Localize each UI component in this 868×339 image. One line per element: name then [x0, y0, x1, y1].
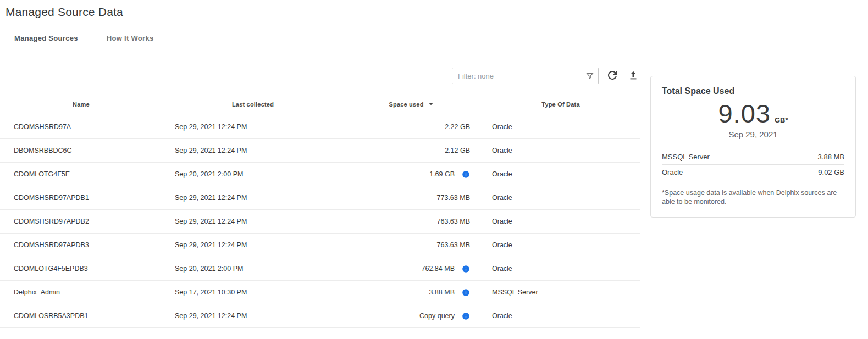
total-space-value-line: 9.03 GB*	[662, 98, 844, 129]
column-header-type-of-data[interactable]: Type Of Data	[481, 101, 640, 108]
type-of-data: Oracle	[481, 265, 640, 273]
space-used-value: 773.63 MB	[437, 194, 470, 202]
table-body: CDOMSHSRD97A Sep 29, 2021 12:24 PM 2.22 …	[0, 115, 640, 328]
last-collected: Sep 29, 2021 12:24 PM	[162, 194, 344, 202]
total-space-date: Sep 29, 2021	[662, 130, 844, 139]
space-used-cell: 2.12 GB	[344, 147, 481, 154]
column-header-name[interactable]: Name	[0, 101, 162, 108]
space-used-cell: 762.84 MB	[344, 265, 481, 273]
type-of-data: Oracle	[481, 241, 640, 249]
toolbar	[0, 68, 640, 84]
source-name: DBOMSRBBDC6C	[0, 147, 162, 154]
table-row[interactable]: CDOMLOTG4F5E Sep 20, 2021 2:00 PM 1.69 G…	[0, 163, 640, 186]
total-space-card: Total Space Used 9.03 GB* Sep 29, 2021 M…	[650, 76, 856, 218]
table-row[interactable]: CDOMSHSRD97APDB2 Sep 29, 2021 12:24 PM 7…	[0, 210, 640, 234]
tab-managed-sources[interactable]: Managed Sources	[14, 34, 78, 51]
total-space-unit: GB*	[775, 116, 788, 124]
space-used-cell: 1.69 GB	[344, 170, 481, 179]
info-icon[interactable]	[462, 288, 470, 297]
info-icon[interactable]	[462, 312, 470, 320]
sort-chevron-down-icon[interactable]	[426, 99, 436, 110]
breakdown-value: 9.02 GB	[818, 168, 844, 176]
space-breakdown: MSSQL Server 3.88 MB Oracle 9.02 GB	[662, 149, 844, 180]
source-name: CDOMSHSRD97APDB2	[0, 218, 162, 225]
tab-bar: Managed Sources How It Works	[0, 34, 868, 51]
space-used-cell: Copy query	[344, 312, 481, 320]
last-collected: Sep 29, 2021 12:24 PM	[162, 218, 344, 225]
source-name: CDOMLOSRB5A3PDB1	[0, 312, 162, 320]
space-used-value: 2.12 GB	[445, 147, 470, 154]
export-icon	[627, 69, 639, 83]
info-icon[interactable]	[462, 265, 470, 273]
breakdown-row: Oracle 9.02 GB	[662, 164, 844, 180]
type-of-data: Oracle	[481, 218, 640, 225]
last-collected: Sep 29, 2021 12:24 PM	[162, 241, 344, 249]
last-collected: Sep 20, 2021 2:00 PM	[162, 265, 344, 273]
column-header-space-used[interactable]: Space used	[344, 99, 481, 110]
last-collected: Sep 29, 2021 12:24 PM	[162, 123, 344, 131]
space-used-cell: 763.63 MB	[344, 241, 481, 249]
space-used-value: 1.69 GB	[429, 170, 455, 178]
space-used-cell: 3.88 MB	[344, 288, 481, 297]
source-name: CDOMLOTG4F5E	[0, 170, 162, 178]
refresh-button[interactable]	[605, 69, 620, 83]
table-row[interactable]: CDOMLOSRB5A3PDB1 Sep 29, 2021 12:24 PM C…	[0, 304, 640, 328]
table-row[interactable]: CDOMSHSRD97APDB3 Sep 29, 2021 12:24 PM 7…	[0, 234, 640, 257]
type-of-data: Oracle	[481, 312, 640, 320]
tab-how-it-works[interactable]: How It Works	[107, 34, 154, 51]
type-of-data: Oracle	[481, 170, 640, 178]
type-of-data: Oracle	[481, 194, 640, 202]
space-used-value: 762.84 MB	[422, 265, 455, 273]
breakdown-label: MSSQL Server	[662, 153, 710, 161]
last-collected: Sep 29, 2021 12:24 PM	[162, 312, 344, 320]
filter-box	[452, 68, 599, 84]
space-footnote: *Space usage data is available when Delp…	[662, 188, 844, 206]
table-row[interactable]: Delphix_Admin Sep 17, 2021 10:30 PM 3.88…	[0, 281, 640, 304]
filter-input[interactable]	[452, 68, 599, 84]
source-name: CDOMSHSRD97APDB3	[0, 241, 162, 249]
source-name: Delphix_Admin	[0, 288, 162, 296]
space-used-value: 763.63 MB	[437, 241, 470, 249]
export-button[interactable]	[626, 69, 640, 83]
total-space-value: 9.03	[718, 98, 770, 129]
source-name: CDOMLOTG4F5EPDB3	[0, 265, 162, 273]
space-used-value: 3.88 MB	[429, 288, 455, 296]
source-name: CDOMSHSRD97A	[0, 123, 162, 131]
main-content: Name Last collected Space used Type Of D…	[0, 51, 868, 328]
breakdown-row: MSSQL Server 3.88 MB	[662, 149, 844, 164]
total-space-title: Total Space Used	[662, 86, 844, 96]
last-collected: Sep 29, 2021 12:24 PM	[162, 147, 344, 154]
breakdown-label: Oracle	[662, 168, 683, 176]
last-collected: Sep 20, 2021 2:00 PM	[162, 170, 344, 178]
copy-query-link[interactable]: Copy query	[419, 312, 455, 320]
space-used-value: 763.63 MB	[437, 218, 470, 225]
filter-funnel-icon[interactable]	[585, 71, 594, 80]
table-row[interactable]: CDOMLOTG4F5EPDB3 Sep 20, 2021 2:00 PM 76…	[0, 257, 640, 281]
column-header-last-collected[interactable]: Last collected	[162, 101, 344, 108]
table-header: Name Last collected Space used Type Of D…	[0, 93, 640, 115]
type-of-data: Oracle	[481, 123, 640, 131]
page-title: Managed Source Data	[0, 0, 868, 19]
source-name: CDOMSHSRD97APDB1	[0, 194, 162, 202]
table-row[interactable]: CDOMSHSRD97A Sep 29, 2021 12:24 PM 2.22 …	[0, 115, 640, 139]
sources-section: Name Last collected Space used Type Of D…	[0, 51, 640, 328]
last-collected: Sep 17, 2021 10:30 PM	[162, 288, 344, 296]
space-used-value: 2.22 GB	[445, 123, 470, 131]
table-row[interactable]: DBOMSRBBDC6C Sep 29, 2021 12:24 PM 2.12 …	[0, 139, 640, 163]
space-used-cell: 2.22 GB	[344, 123, 481, 131]
type-of-data: Oracle	[481, 147, 640, 154]
type-of-data: MSSQL Server	[481, 288, 640, 296]
sources-table: Name Last collected Space used Type Of D…	[0, 93, 640, 328]
refresh-icon	[606, 69, 619, 84]
breakdown-value: 3.88 MB	[818, 153, 844, 161]
space-used-cell: 763.63 MB	[344, 218, 481, 225]
info-icon[interactable]	[462, 170, 470, 179]
space-used-cell: 773.63 MB	[344, 194, 481, 202]
table-row[interactable]: CDOMSHSRD97APDB1 Sep 29, 2021 12:24 PM 7…	[0, 186, 640, 210]
